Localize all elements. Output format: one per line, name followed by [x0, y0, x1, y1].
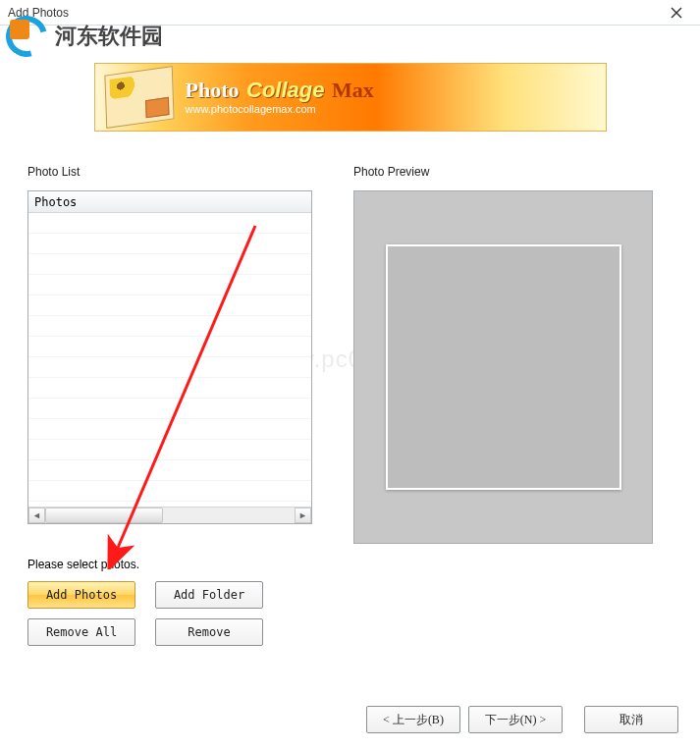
watermark-brand-text: 河东软件园 [55, 22, 163, 51]
album-icon [104, 66, 174, 129]
close-button[interactable] [657, 2, 696, 24]
photo-preview [353, 190, 653, 544]
photo-list[interactable]: Photos ◄ ► [27, 190, 312, 524]
instruction-text: Please select photos. [27, 558, 673, 571]
banner-word-max: Max [332, 78, 374, 102]
horizontal-scrollbar[interactable]: ◄ ► [28, 507, 311, 523]
preview-frame [386, 244, 621, 490]
back-button[interactable]: < 上一步(B) [366, 706, 460, 733]
scroll-track[interactable] [45, 508, 295, 523]
watermark-brand: 河东软件园 [4, 14, 163, 59]
add-folder-button[interactable]: Add Folder [155, 581, 263, 609]
scroll-left-arrow[interactable]: ◄ [28, 508, 45, 523]
scroll-thumb[interactable] [45, 508, 163, 523]
add-photos-button[interactable]: Add Photos [27, 581, 135, 609]
photo-list-column-header[interactable]: Photos [28, 191, 311, 213]
close-icon [671, 7, 682, 19]
remove-button[interactable]: Remove [155, 618, 263, 646]
photo-preview-label: Photo Preview [353, 165, 673, 179]
banner-text: Photo Collage Max www.photocollagemax.co… [186, 80, 374, 115]
photo-list-label: Photo List [27, 165, 312, 179]
cancel-button[interactable]: 取消 [584, 706, 678, 733]
banner-url: www.photocollagemax.com [186, 103, 374, 115]
next-button[interactable]: 下一步(N) > [468, 706, 563, 733]
banner-word-collage: Collage [246, 78, 324, 102]
scroll-right-arrow[interactable]: ► [295, 508, 311, 523]
banner-word-photo: Photo [186, 78, 240, 102]
product-banner: Photo Collage Max www.photocollagemax.co… [94, 63, 607, 132]
watermark-logo-icon [4, 14, 49, 59]
remove-all-button[interactable]: Remove All [27, 618, 135, 646]
photo-list-body[interactable] [28, 213, 311, 507]
